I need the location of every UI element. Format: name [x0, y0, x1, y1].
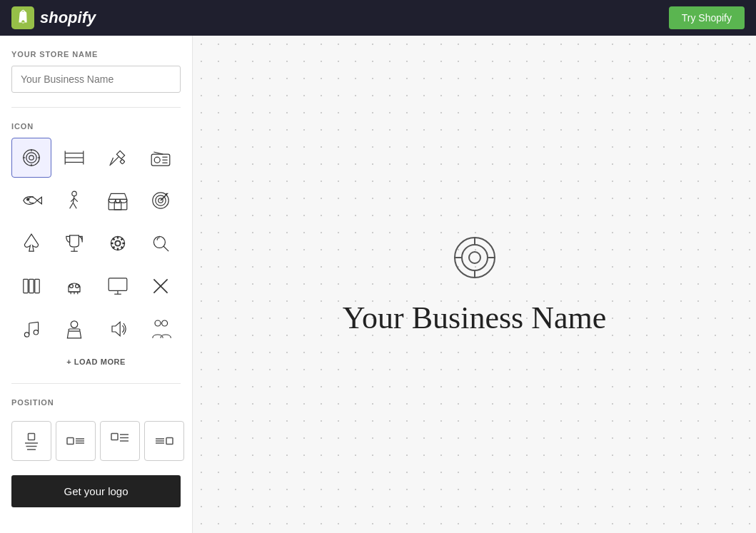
store-name-label: YOUR STORE NAME [11, 50, 181, 59]
icon-search[interactable] [141, 223, 181, 263]
icon-close[interactable] [141, 266, 181, 306]
svg-point-22 [27, 198, 29, 200]
icon-walk[interactable] [54, 181, 94, 220]
svg-point-1 [24, 150, 39, 166]
position-icon-left-center[interactable] [56, 421, 96, 461]
divider-2 [11, 383, 181, 384]
position-icon-right[interactable] [144, 421, 184, 461]
icon-label: ICON [11, 122, 181, 131]
svg-point-57 [34, 330, 38, 335]
svg-point-63 [155, 320, 161, 326]
icon-skull[interactable] [54, 266, 94, 306]
svg-rect-73 [111, 434, 118, 440]
icon-books[interactable] [11, 266, 51, 306]
svg-point-3 [29, 156, 34, 160]
svg-rect-42 [24, 279, 28, 293]
svg-rect-44 [35, 279, 39, 293]
preview-icon [450, 233, 500, 288]
svg-line-28 [74, 198, 78, 202]
divider-1 [11, 107, 181, 108]
svg-point-46 [76, 285, 79, 288]
svg-point-23 [72, 191, 76, 196]
preview-area: Your Business Name [193, 36, 756, 533]
icon-trophy[interactable] [54, 223, 94, 263]
icon-tools[interactable] [98, 138, 138, 178]
position-label: POSITION [11, 398, 181, 407]
icon-speaker[interactable] [98, 309, 138, 349]
svg-rect-77 [166, 438, 173, 445]
svg-point-2 [26, 153, 36, 163]
preview-business-name: Your Business Name [343, 300, 607, 336]
svg-point-61 [71, 321, 78, 328]
shopify-logo: shopify [11, 6, 96, 29]
svg-rect-65 [29, 434, 35, 440]
sidebar: YOUR STORE NAME ICON [0, 36, 193, 533]
svg-rect-51 [109, 278, 127, 291]
svg-point-45 [70, 285, 74, 288]
icon-target[interactable] [11, 138, 51, 178]
header: shopify Try Shopify [0, 0, 756, 36]
position-icon-left-top[interactable] [100, 421, 140, 461]
icon-radio[interactable] [141, 138, 181, 178]
svg-point-17 [154, 157, 160, 163]
svg-rect-62 [69, 329, 80, 331]
svg-point-83 [469, 252, 480, 263]
svg-line-26 [74, 203, 77, 208]
svg-rect-15 [120, 159, 125, 164]
svg-point-39 [115, 241, 119, 245]
icon-music[interactable] [11, 309, 51, 349]
main-layout: YOUR STORE NAME ICON [0, 36, 756, 533]
position-grid [11, 421, 181, 461]
svg-rect-43 [29, 279, 34, 293]
load-more-button[interactable]: + LOAD MORE [11, 357, 181, 366]
svg-point-56 [24, 333, 29, 337]
icon-dart[interactable] [141, 181, 181, 220]
svg-rect-30 [114, 203, 121, 210]
shopify-bag-icon [11, 6, 34, 29]
try-shopify-button[interactable]: Try Shopify [669, 6, 745, 29]
svg-point-64 [161, 320, 167, 326]
icon-person[interactable] [54, 309, 94, 349]
icon-grid [11, 138, 181, 349]
icon-crosshair[interactable] [54, 138, 94, 178]
svg-rect-69 [67, 438, 74, 445]
icon-people[interactable] [141, 309, 181, 349]
position-icon-top[interactable] [11, 421, 51, 461]
store-name-input[interactable] [11, 66, 181, 93]
icon-store[interactable] [98, 181, 138, 220]
icon-monitor[interactable] [98, 266, 138, 306]
icon-fish[interactable] [11, 181, 51, 220]
svg-point-82 [462, 245, 488, 270]
icon-gear[interactable] [98, 223, 138, 263]
svg-rect-29 [109, 199, 127, 209]
shopify-text: shopify [40, 9, 96, 27]
get-logo-button[interactable]: Get your logo [11, 475, 181, 507]
svg-line-41 [163, 246, 168, 251]
svg-line-60 [29, 322, 39, 323]
icon-spade[interactable] [11, 223, 51, 263]
svg-line-25 [70, 203, 74, 208]
